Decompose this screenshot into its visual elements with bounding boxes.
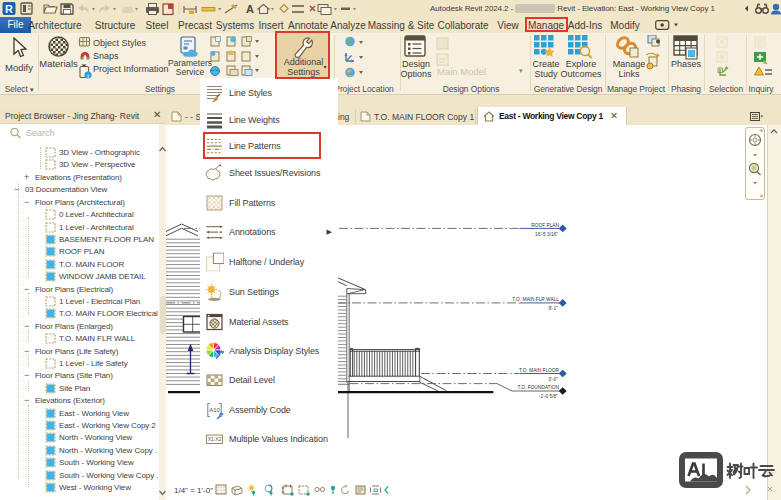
svg-text:0'-0": 0'-0" [548,377,558,382]
svg-text:T.O. MAIN FLR WALL: T.O. MAIN FLR WALL [512,297,559,302]
svg-text:A10: A10 [209,407,220,413]
svg-text:T.O. FOUNDATION: T.O. FOUNDATION [518,385,560,390]
svg-text:-1'-0 5/8": -1'-0 5/8" [539,394,558,399]
svg-text:9'-1": 9'-1" [548,306,558,311]
svg-text:R: R [5,3,13,15]
svg-text:T.O. MAIN FLOOR: T.O. MAIN FLOOR [519,368,560,373]
svg-text:A: A [246,3,254,15]
svg-text:16'-5 3/16": 16'-5 3/16" [535,232,558,237]
svg-text:X1.X2: X1.X2 [208,436,222,442]
svg-text:ROOF PLAN: ROOF PLAN [531,223,559,228]
